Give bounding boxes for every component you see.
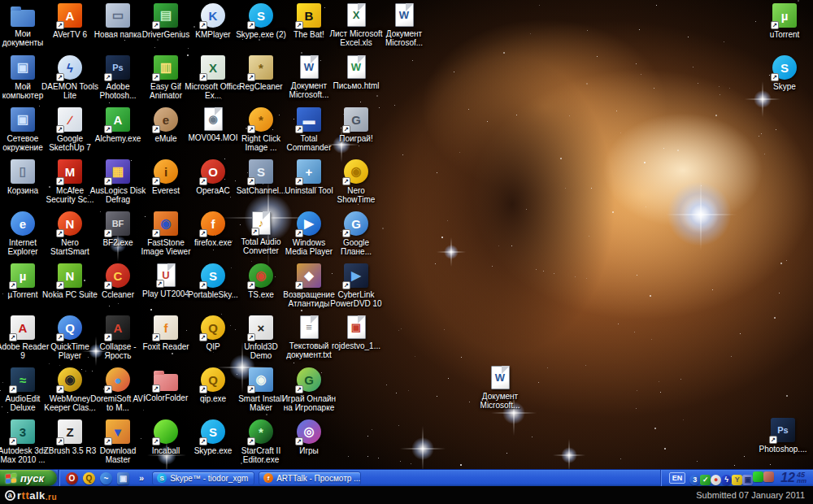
app-icon: ▣ <box>347 315 366 339</box>
desktop-icon[interactable]: ▶↗CyberLink PowerDVD 10 <box>328 263 385 308</box>
app-icon: ↗ <box>154 374 178 391</box>
app-icon: Q↗ <box>58 315 82 340</box>
logo-circle-a: a <box>5 490 15 501</box>
shortcut-arrow-icon: ↗ <box>247 281 255 289</box>
show-desktop-icon[interactable]: ▣ <box>117 472 129 484</box>
app-icon: Z↗ <box>58 419 82 444</box>
firefox-icon: f <box>263 473 273 483</box>
desktop-icon[interactable]: WПисьмо.html <box>328 55 385 90</box>
opera-quicklaunch-icon[interactable]: O <box>66 472 78 484</box>
desktop-icon[interactable]: G↗Поиграй! <box>328 107 385 143</box>
download-master-quicklaunch-icon[interactable]: ~ <box>100 472 112 484</box>
desktop-icon[interactable]: ▣rojdestvo_1... <box>328 315 385 350</box>
shortcut-arrow-icon: ↗ <box>9 437 17 445</box>
shortcut-arrow-icon: ↗ <box>769 436 777 444</box>
desktop-icon[interactable]: µ↗uTorrent <box>756 3 813 39</box>
app-icon: ◎↗ <box>297 419 321 444</box>
desktop-icon-label: CyberLink PowerDVD 10 <box>328 290 385 308</box>
qip-quicklaunch-icon[interactable]: Q <box>83 472 95 484</box>
app-icon: G↗ <box>344 211 368 236</box>
desktop-icon-label: Nero ShowTime <box>328 186 385 204</box>
desktop-icon[interactable]: ◉↗Nero ShowTime <box>328 159 385 204</box>
app-icon: e↗ <box>154 107 178 132</box>
shortcut-arrow-icon: ↗ <box>199 177 207 185</box>
app-icon: ▦↗ <box>106 159 130 184</box>
tray-icon-green-square[interactable] <box>753 471 763 482</box>
taskbar-task[interactable]: SSkype™ - tiodor_xgm <box>152 471 254 485</box>
shortcut-arrow-icon: ↗ <box>247 125 255 133</box>
app-icon: ×↗ <box>249 315 273 340</box>
shortcut-arrow-icon: ↗ <box>56 281 64 289</box>
language-indicator[interactable]: EN <box>669 472 686 484</box>
app-icon: S↗ <box>772 55 797 80</box>
desktop-icon[interactable]: ◎↗Игры <box>280 419 337 455</box>
shortcut-arrow-icon: ↗ <box>104 281 112 289</box>
tray-icon-blue-network[interactable]: ▣ <box>742 475 753 485</box>
shortcut-arrow-icon: ↗ <box>247 333 255 341</box>
app-icon: W <box>347 55 366 79</box>
arttalk-logo: arttalk.ru <box>5 489 57 502</box>
app-icon: Q↗ <box>201 315 225 340</box>
tray-icon-green-check[interactable]: ✓ <box>700 475 711 485</box>
shortcut-arrow-icon: ↗ <box>152 437 160 445</box>
app-icon: ▣ <box>11 107 35 132</box>
desktop-icon[interactable]: Ps↗Photoshop.... <box>754 418 811 454</box>
shortcut-arrow-icon: ↗ <box>56 125 64 133</box>
taskbar-tasks: SSkype™ - tiodor_xgmfARTTalk - Просмотр … <box>148 470 660 486</box>
desktop-icon[interactable]: G↗Играй Онлайн на Игропарке <box>280 367 337 412</box>
shortcut-arrow-icon: ↗ <box>152 177 160 185</box>
desktop-icon-label: uTorrent <box>756 30 813 39</box>
app-icon: f↗ <box>201 211 225 236</box>
app-icon: *↗ <box>249 419 273 444</box>
shortcut-arrow-icon: ↗ <box>9 333 17 341</box>
shortcut-arrow-icon: ↗ <box>56 21 64 29</box>
tray-clock[interactable]: 12 45 пт <box>780 471 806 485</box>
desktop-icon[interactable]: S↗Skype <box>756 55 813 91</box>
shortcut-arrow-icon: ↗ <box>295 385 303 393</box>
shortcut-arrow-icon: ↗ <box>199 437 207 445</box>
shortcut-arrow-icon: ↗ <box>104 229 112 237</box>
desktop-icon[interactable]: G↗Google Плане... <box>328 211 385 256</box>
start-label: пуск <box>20 472 44 484</box>
shortcut-arrow-icon: ↗ <box>199 73 207 81</box>
tray-icon-blue-circle[interactable]: 3 <box>689 475 700 485</box>
quicklaunch-overflow-chevron[interactable]: » <box>135 473 148 483</box>
app-icon: ◉↗ <box>344 159 368 184</box>
taskbar-task[interactable]: fARTTalk - Просмотр ... <box>259 471 361 485</box>
app-icon: ≡ <box>300 315 319 339</box>
app-icon: X <box>347 3 366 27</box>
shortcut-arrow-icon: ↗ <box>199 333 207 341</box>
shortcut-arrow-icon: ↗ <box>247 21 255 29</box>
desktop-icon-label: Документ Microsoft... <box>472 392 528 410</box>
tray-icon-yellow-antenna[interactable]: Y <box>732 475 742 485</box>
app-icon: W <box>300 55 319 79</box>
shortcut-arrow-icon: ↗ <box>152 21 160 29</box>
desktop-icon-label: rojdestvo_1... <box>328 341 385 350</box>
taskbar: пуск OQ~▣ » SSkype™ - tiodor_xgmfARTTalk… <box>0 469 813 486</box>
app-icon: N↗ <box>58 263 82 288</box>
task-label: ARTTalk - Просмотр ... <box>276 474 360 483</box>
app-icon: ↗ <box>154 419 178 444</box>
app-icon: W <box>395 3 414 27</box>
app-icon: e <box>11 211 35 236</box>
app-icon: C↗ <box>106 263 130 288</box>
desktop-icon[interactable]: WДокумент Microsoft... <box>472 366 528 410</box>
app-icon: M↗ <box>58 159 82 184</box>
shortcut-arrow-icon: ↗ <box>152 73 160 81</box>
shortcut-arrow-icon: ↗ <box>342 125 350 133</box>
desktop-icon[interactable]: WДокумент Microsof... <box>376 3 433 47</box>
tray-icon-red-white[interactable]: ● <box>711 475 721 485</box>
app-icon: S↗ <box>249 159 273 184</box>
tray-icon-daemon-lightning[interactable]: ϟ <box>721 475 732 485</box>
shortcut-arrow-icon: ↗ <box>247 437 255 445</box>
app-icon: A↗ <box>58 3 82 28</box>
shortcut-arrow-icon: ↗ <box>104 333 112 341</box>
shortcut-arrow-icon: ↗ <box>104 125 112 133</box>
shortcut-arrow-icon: ↗ <box>56 385 64 393</box>
start-button[interactable]: пуск <box>0 470 57 486</box>
shortcut-arrow-icon: ↗ <box>152 229 160 237</box>
app-icon: U↗ <box>157 263 176 287</box>
app-icon: ◉↗ <box>154 211 178 236</box>
app-icon: ◉ <box>204 107 223 131</box>
tray-icon-red-square[interactable] <box>763 471 774 482</box>
